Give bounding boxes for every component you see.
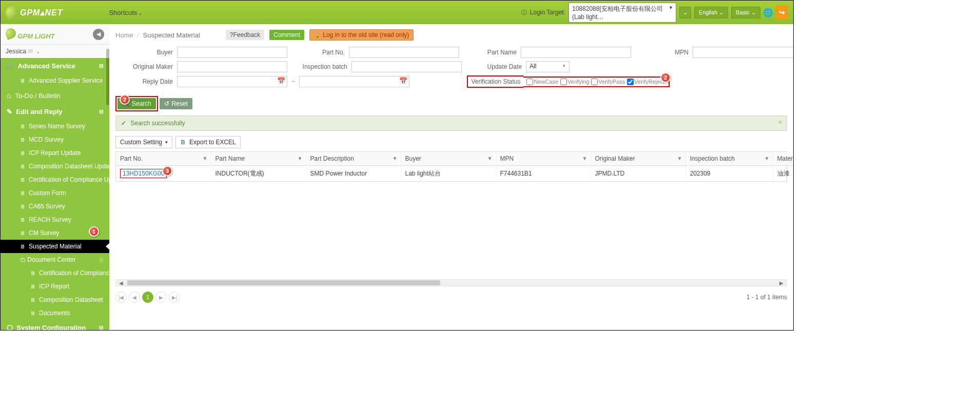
col-part-name[interactable]: Part Name▼	[211, 152, 306, 166]
label-inspection-batch: Inspection batch	[290, 63, 351, 70]
input-part-no[interactable]	[349, 47, 459, 58]
label-buyer: Buyer	[115, 49, 177, 56]
nav-document-center[interactable]: Document Center⊟	[1, 253, 109, 266]
select-update-date[interactable]: All	[526, 61, 570, 72]
monitor-icon	[7, 324, 13, 330]
input-buyer[interactable]	[177, 47, 287, 58]
filter-icon[interactable]: ▼	[677, 156, 682, 161]
nav-advanced-supplier-service[interactable]: Advanced Supplier Service	[1, 74, 109, 87]
feedback-button[interactable]: ?Feedback	[226, 30, 264, 40]
pager: |◀ ◀ 1 ▶ ▶| 1 - 1 of 1 items	[109, 289, 793, 308]
top-bar: GPM▴NET Shortcuts ⓘ Login Target: 108820…	[1, 1, 793, 24]
horizontal-scrollbar[interactable]: ◀ ▶	[115, 279, 787, 286]
calendar-icon[interactable]: 📅	[399, 77, 407, 85]
nav-ca65-survey[interactable]: CA65 Survey	[1, 200, 109, 213]
custom-setting-button[interactable]: Custom Setting	[115, 136, 172, 148]
reset-button[interactable]: ↺Reset	[160, 98, 192, 109]
globe-icon[interactable]: 🌐	[763, 8, 773, 17]
filter-icon[interactable]: ▼	[203, 156, 208, 161]
language-select[interactable]: English ⌄	[694, 7, 728, 18]
col-mpn[interactable]: MPN▼	[496, 152, 591, 166]
nav-certification-of-compliance[interactable]: Certification of Compliance	[1, 266, 109, 280]
shortcuts-menu[interactable]: Shortcuts	[109, 9, 142, 16]
nav-series-name-survey[interactable]: Series Name Survey	[1, 120, 109, 133]
input-reply-date-to[interactable]	[299, 76, 409, 87]
login-target-caret-button[interactable]: ⌄	[679, 7, 691, 18]
filter-icon[interactable]: ▼	[393, 156, 398, 161]
input-mpn[interactable]	[693, 47, 793, 58]
checkbox-verifypass[interactable]: VerifyPass	[591, 79, 625, 85]
col-buyer[interactable]: Buyer▼	[401, 152, 496, 166]
nav-icp-report[interactable]: ICP Report	[1, 280, 109, 293]
pager-next[interactable]: ▶	[155, 292, 167, 303]
nav-icp-report-update[interactable]: ICP Report Update	[1, 146, 109, 160]
nav-documents[interactable]: Documents	[1, 306, 109, 320]
nav-custom-form[interactable]: Custom Form	[1, 186, 109, 200]
nav-reach-survey[interactable]: REACH Survey	[1, 213, 109, 226]
user-menu[interactable]: Jessica ✉	[1, 45, 109, 58]
label-part-name: Part Name	[459, 49, 521, 56]
col-original-maker[interactable]: Original Maker▼	[591, 152, 685, 166]
checkbox-verifyreject[interactable]: VerifyReject	[627, 79, 664, 85]
envelope-icon: ✉	[28, 48, 33, 55]
nav-certification-compliance-update[interactable]: Certification of Compliance Upd	[1, 173, 109, 186]
cell-part-description: SMD Power Inductor	[306, 166, 401, 182]
nav-mcd-survey[interactable]: MCD Survey	[1, 133, 109, 146]
pager-last[interactable]: ▶|	[169, 292, 180, 303]
doc-icon	[30, 283, 36, 290]
input-inspection-batch[interactable]	[351, 61, 462, 72]
input-original-maker[interactable]	[177, 61, 287, 72]
table-row[interactable]: 13HD150KG00 INDUCTOR(電感) SMD Power Induc…	[116, 166, 793, 182]
logout-button[interactable]: ↪	[776, 5, 788, 20]
calendar-icon[interactable]: 📅	[277, 77, 285, 85]
filter-icon[interactable]: ▼	[487, 156, 493, 161]
col-part-description[interactable]: Part Description▼	[306, 152, 401, 166]
input-part-name[interactable]	[521, 47, 631, 58]
nav-todo-bulletin[interactable]: To-Do / Bulletin	[1, 87, 109, 104]
label-part-no: Part No.	[287, 49, 349, 56]
app-logo-text: GPM▴NET	[20, 8, 63, 17]
col-inspection-batch[interactable]: Inspection batch▼	[685, 152, 773, 166]
scroll-thumb[interactable]	[127, 280, 440, 285]
nav-advanced-service[interactable]: Advanced Service ⊟	[1, 58, 109, 74]
callout-2a: 2	[120, 94, 130, 105]
nav-suspected-material[interactable]: Suspected Material	[1, 240, 109, 253]
close-alert-button[interactable]: ×	[778, 118, 782, 126]
input-reply-date-from[interactable]	[177, 76, 287, 87]
breadcrumb-home[interactable]: Home	[115, 31, 133, 39]
nav-composition-datasheet-update[interactable]: Composition Datasheet Update	[1, 160, 109, 173]
callout-1: 1	[89, 226, 99, 237]
old-site-link[interactable]: Log in to the old site (read only)	[309, 29, 414, 41]
nav-system-configuration[interactable]: System Configuration ⊟	[1, 320, 109, 330]
collapse-icon: ⊟	[99, 257, 103, 263]
checkbox-newcase[interactable]: NewCase	[526, 79, 558, 85]
filter-icon[interactable]: ▼	[765, 156, 770, 161]
sidebar-logo-bar: GPM LIGHT ◀	[1, 24, 109, 45]
comment-button[interactable]: Comment	[269, 30, 304, 40]
col-part-no[interactable]: Part No.▼	[116, 152, 211, 166]
filter-icon[interactable]: ▼	[582, 156, 587, 161]
leaf-icon	[4, 27, 17, 40]
collapse-sidebar-button[interactable]: ◀	[93, 29, 104, 40]
filter-icon[interactable]: ▼	[298, 156, 303, 161]
date-range-separator: ~	[291, 78, 295, 85]
doc-icon	[20, 163, 26, 170]
pager-page-1[interactable]: 1	[142, 292, 153, 303]
part-no-link[interactable]: 13HD150KG00	[120, 169, 167, 178]
export-excel-button[interactable]: Export to EXCEL	[175, 136, 241, 148]
scroll-right-icon[interactable]: ▶	[777, 280, 786, 286]
nav-composition-datasheet[interactable]: Composition Datasheet	[1, 293, 109, 306]
scroll-left-icon[interactable]: ◀	[117, 280, 125, 286]
callout-2b: 2	[660, 72, 671, 83]
pager-prev[interactable]: ◀	[129, 292, 140, 303]
login-target-select[interactable]: 10882088[安柏电子股份有限公司(Lab light…	[569, 3, 676, 23]
mode-select[interactable]: Basic⌄	[731, 7, 760, 18]
pager-first[interactable]: |◀	[115, 292, 127, 303]
checkbox-verifying[interactable]: Verifying	[560, 79, 589, 85]
nav-edit-and-reply[interactable]: Edit and Reply ⊟	[1, 104, 109, 120]
results-grid: Part No.▼ Part Name▼ Part Description▼ B…	[115, 151, 787, 182]
excel-icon	[180, 139, 187, 146]
col-material[interactable]: Mater	[773, 152, 793, 166]
leaf-icon	[4, 5, 20, 21]
doc-icon	[20, 149, 26, 157]
